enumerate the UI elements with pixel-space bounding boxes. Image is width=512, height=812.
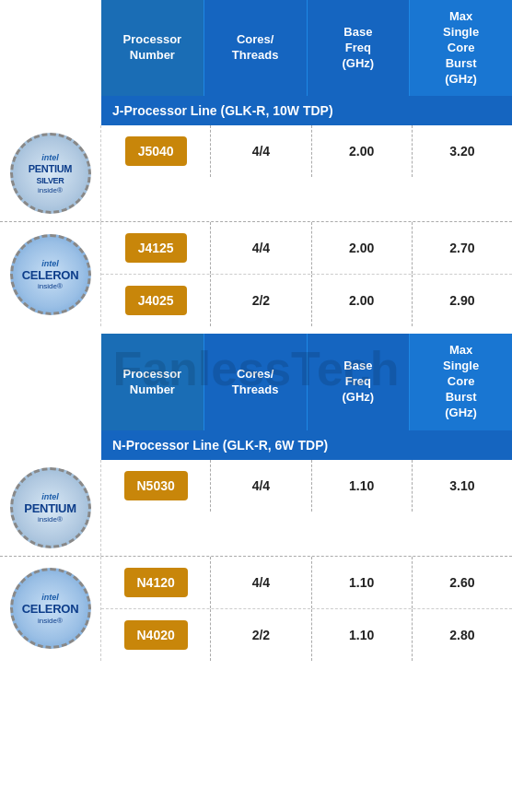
intel-pentium-badge-n: intel PENTIUM inside® [10, 467, 91, 548]
header-row: ProcessorNumber Cores/Threads BaseFreq(G… [0, 0, 512, 96]
j-celeron-rows: J4125 4/4 2.00 2.70 J4025 2/2 2.00 2.90 [101, 222, 512, 326]
header-max-burst: MaxSingleCoreBurst(GHz) [410, 0, 512, 96]
n-header-max-burst: MaxSingleCoreBurst(GHz) [410, 334, 512, 430]
n4020-burst: 2.80 [413, 609, 512, 661]
n5030-cores: 4/4 [211, 460, 311, 512]
j-pentium-group: intel PENTIUMSILVER inside® J5040 4/4 2.… [0, 125, 512, 222]
j-processor-table: ProcessorNumber Cores/Threads BaseFreq(G… [0, 0, 512, 326]
n4020-proc-cell: N4020 [101, 609, 211, 661]
j-section-label: J-Processor Line (GLK-R, 10W TDP) [101, 96, 512, 125]
n-intel-label: intel [41, 492, 59, 501]
j4125-badge: J4125 [125, 233, 187, 263]
n-pentium-rows: N5030 4/4 1.10 3.10 [101, 460, 512, 556]
j5040-cores: 4/4 [211, 125, 311, 177]
n4020-row: N4020 2/2 1.10 2.80 [101, 609, 512, 661]
n4120-badge: N4120 [124, 568, 188, 597]
n-inside-label-2: inside® [38, 617, 63, 625]
j4125-burst: 2.70 [413, 222, 512, 274]
n5030-base: 1.10 [312, 460, 413, 512]
j4025-proc-cell: J4025 [101, 275, 211, 326]
n4120-cores: 4/4 [211, 557, 311, 608]
j5040-row: J5040 4/4 2.00 3.20 [101, 125, 512, 177]
n4120-row: N4120 4/4 1.10 2.60 [101, 557, 512, 609]
n-celeron-group: intel CELERON inside® N4120 4/4 1.10 2.6… [0, 557, 512, 661]
n-header-processor-number: ProcessorNumber [101, 334, 204, 430]
n5030-burst: 3.10 [413, 460, 512, 512]
intel-pentium-silver-badge: intel PENTIUMSILVER inside® [10, 133, 91, 214]
pentium-silver-logo: intel PENTIUMSILVER inside® [0, 125, 101, 221]
n-celeron-label: CELERON [22, 603, 78, 616]
n4120-burst: 2.60 [413, 557, 512, 608]
j-pentium-rows: J5040 4/4 2.00 3.20 [101, 125, 512, 221]
j4025-burst: 2.90 [413, 275, 512, 326]
n-pentium-logo: intel PENTIUM inside® [0, 460, 101, 556]
inside-label-2: inside® [38, 282, 63, 290]
n-header-row: ProcessorNumber Cores/Threads BaseFreq(G… [0, 334, 512, 430]
n-header-cores-threads: Cores/Threads [204, 334, 308, 430]
n5030-badge: N5030 [124, 471, 188, 500]
inside-label: inside® [38, 186, 63, 194]
header-base-freq: BaseFreq(GHz) [308, 0, 411, 96]
n-pentium-group: intel PENTIUM inside® N5030 4/4 1.10 3.1… [0, 460, 512, 557]
n-intel-label-2: intel [41, 593, 59, 602]
celeron-label: CELERON [22, 269, 78, 282]
n-header-base-freq: BaseFreq(GHz) [308, 334, 411, 430]
n-pentium-label: PENTIUM [24, 502, 76, 515]
n-celeron-logo: intel CELERON inside® [0, 557, 101, 661]
intel-celeron-badge-n: intel CELERON inside® [10, 568, 91, 649]
j5040-burst: 3.20 [413, 125, 512, 177]
n-header-columns: ProcessorNumber Cores/Threads BaseFreq(G… [101, 334, 512, 430]
intel-celeron-badge-j: intel CELERON inside® [10, 234, 91, 315]
n5030-row: N5030 4/4 1.10 3.10 [101, 460, 512, 512]
j4025-cores: 2/2 [211, 275, 311, 326]
logo-cell-spacer [0, 0, 101, 96]
intel-label: intel [41, 153, 59, 162]
j5040-proc-cell: J5040 [101, 125, 211, 177]
j4025-badge: J4025 [125, 286, 187, 315]
j4125-row: J4125 4/4 2.00 2.70 [101, 222, 512, 275]
n4020-cores: 2/2 [211, 609, 311, 661]
n-section-label: N-Processor Line (GLK-R, 6W TDP) [101, 430, 512, 460]
j4025-base: 2.00 [312, 275, 413, 326]
n5030-proc-cell: N5030 [101, 460, 211, 512]
celeron-logo-j: intel CELERON inside® [0, 222, 101, 326]
header-cores-threads: Cores/Threads [204, 0, 308, 96]
j5040-base: 2.00 [312, 125, 413, 177]
j-section-label-row: J-Processor Line (GLK-R, 10W TDP) [0, 96, 512, 125]
header-processor-number: ProcessorNumber [101, 0, 204, 96]
intel-label-2: intel [41, 259, 59, 268]
j4125-cores: 4/4 [211, 222, 311, 274]
n-logo-cell-spacer [0, 334, 101, 430]
n-inside-label: inside® [38, 515, 63, 524]
j5040-badge: J5040 [125, 136, 187, 166]
pentium-label: PENTIUMSILVER [29, 163, 72, 186]
n4120-base: 1.10 [312, 557, 413, 608]
j4125-base: 2.00 [312, 222, 413, 274]
n-celeron-rows: N4120 4/4 1.10 2.60 N4020 2/2 1.10 2.80 [101, 557, 512, 661]
n4020-badge: N4020 [124, 620, 188, 650]
j4125-proc-cell: J4125 [101, 222, 211, 274]
j4025-row: J4025 2/2 2.00 2.90 [101, 275, 512, 326]
n4020-base: 1.10 [312, 609, 413, 661]
n-section-label-row: N-Processor Line (GLK-R, 6W TDP) [0, 430, 512, 460]
n-processor-table: ProcessorNumber Cores/Threads BaseFreq(G… [0, 334, 512, 660]
n4120-proc-cell: N4120 [101, 557, 211, 608]
j-celeron-group: intel CELERON inside® J4125 4/4 2.00 2.7… [0, 222, 512, 326]
header-columns: ProcessorNumber Cores/Threads BaseFreq(G… [101, 0, 512, 96]
